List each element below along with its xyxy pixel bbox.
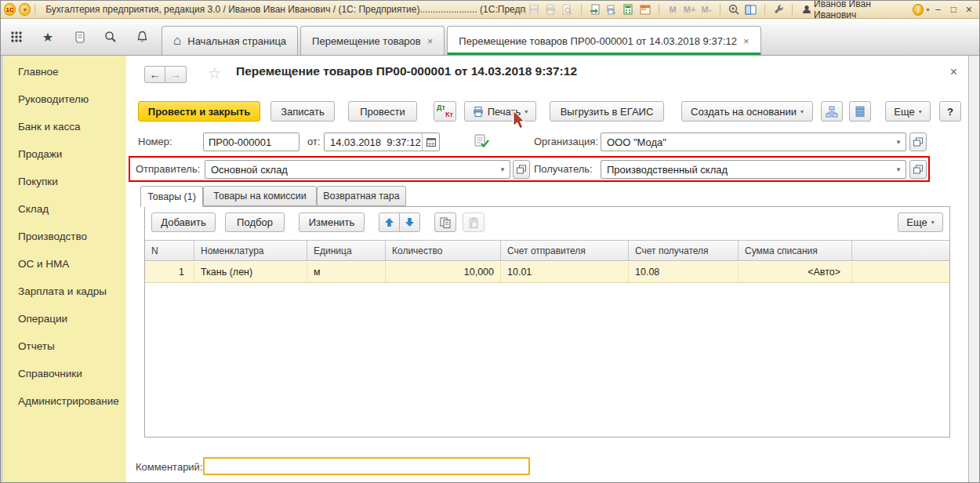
tab-returnable-packaging[interactable]: Возвратная тара bbox=[317, 186, 406, 206]
nomenclature-cell[interactable]: Ткань (лен) bbox=[194, 262, 307, 282]
show-postings-dtkt-button[interactable]: Дт Кт bbox=[434, 101, 456, 122]
column-header[interactable]: Счет получателя bbox=[629, 241, 739, 260]
create-based-on-button[interactable]: Создать на основании ▾ bbox=[681, 101, 813, 122]
tab-goods-movement-list[interactable]: Перемещение товаров × bbox=[300, 26, 445, 55]
tab-goods[interactable]: Товары (1) bbox=[140, 186, 203, 207]
sidebar-item-fixed-assets[interactable]: ОС и НМА bbox=[3, 250, 126, 278]
egais-export-button[interactable]: Выгрузить в ЕГАИС bbox=[550, 101, 664, 122]
sidebar-item-main[interactable]: Главное bbox=[3, 58, 126, 85]
vertical-scrollbar[interactable] bbox=[968, 56, 979, 483]
notifications-bell-icon[interactable] bbox=[134, 29, 150, 45]
post-button[interactable]: Провести bbox=[348, 101, 417, 122]
current-user[interactable]: Иванов Иван Иванович bbox=[802, 0, 907, 20]
zoom-icon[interactable] bbox=[727, 2, 741, 16]
table-row[interactable]: 1 Ткань (лен) м 10,000 10.01 10.08 <Авто… bbox=[145, 262, 949, 283]
print-button[interactable]: Печать ▾ bbox=[464, 101, 536, 122]
copy-button[interactable] bbox=[434, 212, 456, 232]
main-menu-button[interactable]: ▾ bbox=[19, 3, 31, 16]
favorites-star-icon[interactable]: ★ bbox=[40, 29, 56, 45]
calculator-icon[interactable] bbox=[621, 2, 635, 16]
column-header[interactable]: Номенклатура bbox=[194, 241, 307, 260]
tab-goods-movement-document[interactable]: Перемещение товаров ПР00-000001 от 14.03… bbox=[447, 26, 760, 55]
sidebar-item-sales[interactable]: Продажи bbox=[3, 140, 126, 168]
print-preview-icon[interactable] bbox=[560, 2, 574, 16]
sidebar-item-directories[interactable]: Справочники bbox=[3, 360, 126, 387]
move-row-down-button[interactable] bbox=[399, 212, 420, 232]
edit-row-button[interactable]: Изменить bbox=[299, 212, 365, 232]
history-icon[interactable] bbox=[71, 29, 87, 45]
paste-button[interactable] bbox=[463, 212, 485, 232]
write-button[interactable]: Записать bbox=[270, 101, 335, 122]
print-icon[interactable] bbox=[543, 2, 557, 16]
column-header[interactable] bbox=[852, 241, 949, 260]
minimize-button[interactable]: – bbox=[931, 4, 945, 15]
more-button[interactable]: Еще ▾ bbox=[885, 101, 931, 122]
comment-input[interactable] bbox=[203, 457, 530, 475]
search-icon[interactable] bbox=[103, 29, 118, 45]
sidebar-item-production[interactable]: Производство bbox=[3, 223, 126, 250]
receiver-open-button[interactable] bbox=[909, 160, 927, 179]
sidebar-item-operations[interactable]: Операции bbox=[3, 305, 126, 332]
info-button[interactable]: i bbox=[913, 4, 924, 16]
import-icon[interactable] bbox=[587, 2, 601, 16]
tab-close-icon[interactable]: × bbox=[743, 35, 750, 47]
split-window-icon[interactable] bbox=[743, 2, 757, 16]
chevron-down-icon[interactable]: ▾ bbox=[891, 138, 906, 146]
pick-items-button[interactable]: Подбор bbox=[225, 212, 285, 232]
close-button[interactable]: × bbox=[963, 3, 976, 16]
sender-input[interactable]: Основной склад ▾ bbox=[205, 160, 510, 179]
posted-document-icon[interactable] bbox=[474, 133, 489, 149]
add-row-button[interactable]: Добавить bbox=[151, 212, 216, 232]
organization-open-button[interactable] bbox=[909, 133, 927, 151]
memory-plus-button[interactable]: M+ bbox=[682, 5, 696, 14]
number-input[interactable] bbox=[203, 133, 299, 151]
sidebar-item-reports[interactable]: Отчеты bbox=[3, 332, 126, 360]
maximize-button[interactable]: □ bbox=[947, 4, 960, 15]
all-sections-menu-icon[interactable] bbox=[9, 29, 24, 45]
quantity-cell[interactable]: 10,000 bbox=[386, 262, 501, 282]
column-header[interactable]: N bbox=[145, 241, 194, 260]
export-print-icon[interactable] bbox=[604, 2, 619, 16]
post-and-close-button[interactable]: Провести и закрыть bbox=[138, 101, 260, 122]
empty-cell[interactable] bbox=[852, 262, 949, 282]
receiver-account-cell[interactable]: 10.08 bbox=[629, 262, 739, 282]
writeoff-sum-cell[interactable]: <Авто> bbox=[739, 262, 852, 282]
save-icon[interactable] bbox=[526, 2, 540, 16]
sidebar-item-purchases[interactable]: Покупки bbox=[3, 168, 126, 195]
calendar-icon[interactable]: 31 bbox=[638, 2, 652, 16]
column-header[interactable]: Количество bbox=[386, 241, 501, 260]
help-button[interactable]: ? bbox=[939, 101, 961, 122]
table-more-button[interactable]: Еще ▾ bbox=[898, 212, 943, 232]
sidebar-item-warehouse[interactable]: Склад bbox=[3, 195, 126, 223]
organization-input[interactable]: ООО "Мода" ▾ bbox=[601, 133, 906, 151]
favorite-star-icon[interactable]: ☆ bbox=[208, 64, 221, 82]
forward-button[interactable]: → bbox=[165, 66, 187, 83]
column-header[interactable]: Счет отправителя bbox=[501, 241, 629, 260]
tab-commission-goods[interactable]: Товары на комиссии bbox=[203, 186, 317, 206]
sidebar-item-administration[interactable]: Администрирование bbox=[3, 387, 126, 415]
memory-minus-button[interactable]: M- bbox=[699, 5, 713, 14]
chevron-down-icon[interactable]: ▾ bbox=[891, 165, 906, 173]
unit-cell[interactable]: м bbox=[307, 262, 386, 282]
back-button[interactable]: ← bbox=[144, 66, 165, 83]
move-row-up-button[interactable] bbox=[379, 212, 400, 232]
memory-button[interactable]: M bbox=[666, 5, 680, 14]
sidebar-item-salary-hr[interactable]: Зарплата и кадры bbox=[3, 278, 126, 305]
calendar-picker-icon[interactable] bbox=[422, 133, 439, 151]
info-chevron-icon[interactable]: ▾ bbox=[926, 6, 929, 13]
tab-close-icon[interactable]: × bbox=[427, 35, 434, 47]
tab-home[interactable]: ⌂ Начальная страница bbox=[162, 26, 298, 55]
service-wrench-icon[interactable] bbox=[771, 2, 786, 16]
sender-account-cell[interactable]: 10.01 bbox=[501, 262, 629, 282]
row-number-cell[interactable]: 1 bbox=[145, 262, 194, 282]
sender-open-button[interactable] bbox=[513, 160, 530, 179]
related-registers-button[interactable] bbox=[849, 101, 871, 122]
form-close-icon[interactable]: × bbox=[950, 65, 957, 79]
date-input[interactable]: 14.03.2018 9:37:12 bbox=[324, 133, 440, 151]
receiver-input[interactable]: Производственный склад ▾ bbox=[601, 160, 906, 179]
column-header[interactable]: Единица bbox=[307, 241, 386, 260]
structure-links-button[interactable] bbox=[821, 101, 843, 122]
sidebar-item-bank-cash[interactable]: Банк и касса bbox=[3, 113, 126, 140]
sidebar-item-manager[interactable]: Руководителю bbox=[3, 85, 126, 113]
column-header[interactable]: Сумма списания bbox=[739, 241, 852, 260]
